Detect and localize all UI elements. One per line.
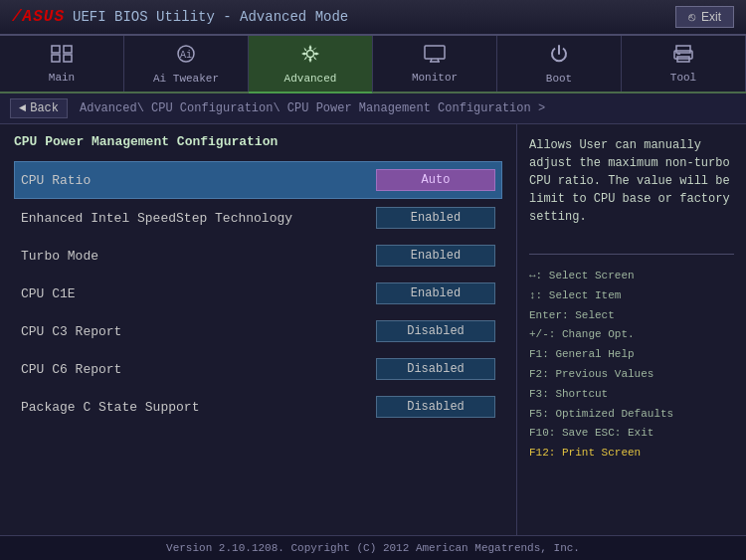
svg-rect-3 (64, 55, 72, 62)
exit-label: Exit (701, 10, 721, 24)
back-arrow-icon: ◄ (19, 101, 26, 115)
shortcut-item: F3: Shortcut (529, 385, 734, 405)
main-content: CPU Power Management Configuration CPU R… (0, 124, 746, 535)
shortcut-item: ↕: Select Item (529, 286, 734, 306)
divider (529, 254, 734, 255)
nav-tabs: Main Ai Ai Tweaker Advanced Monitor Boot… (0, 36, 746, 93)
config-row-cpu-c1e[interactable]: CPU C1E Enabled (14, 275, 502, 312)
right-panel: Allows User can manually adjust the maxi… (517, 124, 746, 535)
tab-tool[interactable]: Tool (622, 36, 746, 92)
shortcut-item: +/-: Change Opt. (529, 325, 734, 345)
config-row-turbo-mode[interactable]: Turbo Mode Enabled (14, 237, 502, 275)
shortcut-item: F5: Optimized Defaults (529, 405, 734, 425)
svg-text:Ai: Ai (180, 50, 192, 61)
title-text: UEFI BIOS Utility - Advanced Mode (73, 9, 348, 25)
shortcut-highlight: F12: Print Screen (529, 447, 641, 459)
config-label-cpu-c1e: CPU C1E (21, 286, 376, 301)
config-value-turbo-mode: Enabled (376, 245, 495, 267)
config-label-package-c-state: Package C State Support (21, 400, 376, 415)
boot-label: Boot (546, 73, 572, 85)
tab-monitor[interactable]: Monitor (373, 36, 497, 92)
config-value-cpu-ratio: Auto (376, 169, 495, 191)
breadcrumb-path: Advanced\ CPU Configuration\ CPU Power M… (80, 101, 545, 115)
config-value-eist: Enabled (376, 207, 495, 229)
config-label-cpu-c6-report: CPU C6 Report (21, 362, 376, 377)
breadcrumb: ◄ Back Advanced\ CPU Configuration\ CPU … (0, 93, 746, 124)
svg-rect-7 (425, 46, 445, 59)
section-title: CPU Power Management Configuration (14, 134, 502, 149)
config-row-package-c-state[interactable]: Package C State Support Disabled (14, 388, 502, 426)
config-label-turbo-mode: Turbo Mode (21, 249, 376, 264)
left-panel: CPU Power Management Configuration CPU R… (0, 124, 517, 535)
title-bar: /ASUS UEFI BIOS Utility - Advanced Mode … (0, 0, 746, 36)
config-value-package-c-state: Disabled (376, 396, 495, 418)
shortcut-list: ↔: Select Screen↕: Select ItemEnter: Sel… (529, 267, 734, 464)
shortcut-item: F12: Print Screen (529, 444, 734, 464)
tab-main[interactable]: Main (0, 36, 124, 92)
tab-boot[interactable]: Boot (497, 36, 622, 92)
back-label: Back (30, 101, 59, 115)
shortcut-item: F1: General Help (529, 345, 734, 365)
shortcut-item: F2: Previous Values (529, 365, 734, 385)
svg-rect-2 (52, 55, 60, 62)
config-label-eist: Enhanced Intel SpeedStep Technology (21, 211, 376, 226)
config-row-cpu-c6-report[interactable]: CPU C6 Report Disabled (14, 350, 502, 388)
config-value-cpu-c3-report: Disabled (376, 320, 495, 342)
main-icon (51, 45, 73, 68)
svg-rect-11 (676, 46, 690, 53)
config-value-cpu-c6-report: Disabled (376, 358, 495, 380)
exit-button[interactable]: ⎋ Exit (675, 6, 734, 28)
monitor-icon (424, 45, 446, 68)
main-label: Main (49, 72, 75, 84)
config-row-eist[interactable]: Enhanced Intel SpeedStep Technology Enab… (14, 199, 502, 237)
config-label-cpu-c3-report: CPU C3 Report (21, 324, 376, 339)
svg-rect-1 (64, 46, 72, 53)
status-bar: Version 2.10.1208. Copyright (C) 2012 Am… (0, 535, 746, 560)
exit-icon: ⎋ (688, 10, 695, 24)
monitor-label: Monitor (412, 72, 458, 84)
tab-advanced[interactable]: Advanced (249, 36, 373, 93)
config-row-cpu-ratio[interactable]: CPU Ratio Auto (14, 161, 502, 199)
tool-icon (672, 45, 694, 68)
tab-ai-tweaker[interactable]: Ai Ai Tweaker (124, 36, 249, 92)
tool-label: Tool (670, 72, 696, 84)
config-row-cpu-c3-report[interactable]: CPU C3 Report Disabled (14, 312, 502, 350)
shortcut-item: F10: Save ESC: Exit (529, 424, 734, 444)
svg-rect-0 (52, 46, 60, 53)
config-list: CPU Ratio Auto Enhanced Intel SpeedStep … (14, 161, 502, 426)
title-left: /ASUS UEFI BIOS Utility - Advanced Mode (12, 8, 348, 26)
back-button[interactable]: ◄ Back (10, 98, 68, 118)
ai-tweaker-icon: Ai (176, 44, 196, 69)
boot-icon (549, 44, 569, 69)
svg-point-6 (307, 50, 314, 57)
help-text: Allows User can manually adjust the maxi… (529, 136, 734, 226)
shortcut-item: ↔: Select Screen (529, 267, 734, 286)
asus-logo: /ASUS (12, 8, 65, 26)
ai-tweaker-label: Ai Tweaker (153, 73, 219, 85)
config-label-cpu-ratio: CPU Ratio (21, 173, 376, 188)
advanced-label: Advanced (284, 73, 337, 85)
advanced-icon (300, 44, 320, 69)
shortcut-item: Enter: Select (529, 306, 734, 326)
config-value-cpu-c1e: Enabled (376, 282, 495, 304)
